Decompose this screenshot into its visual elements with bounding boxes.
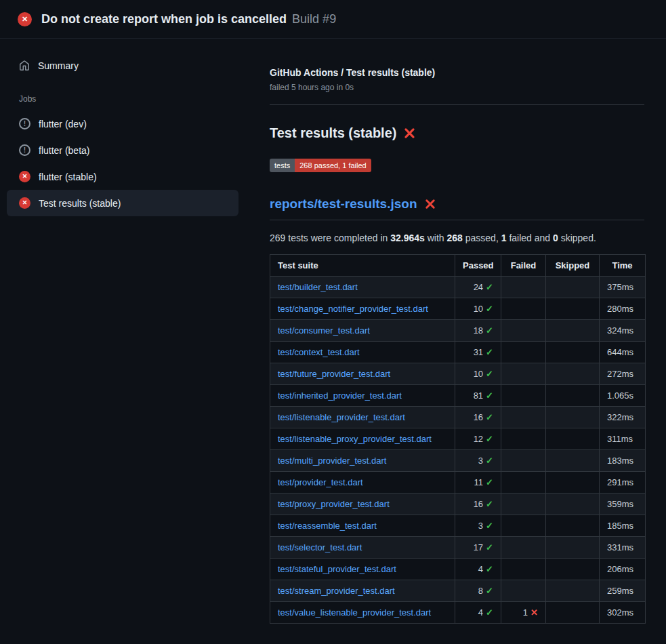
table-row: test/context_test.dart31✓644ms — [270, 342, 646, 363]
column-header-test-suite: Test suite — [270, 255, 455, 277]
test-suite-link[interactable]: test/inherited_provider_test.dart — [278, 390, 402, 401]
table-row: test/consumer_test.dart18✓324ms — [270, 320, 646, 342]
test-suite-link[interactable]: test/selector_test.dart — [278, 542, 362, 552]
failed-x-icon — [425, 199, 436, 209]
passed-cell: 18✓ — [455, 320, 501, 342]
column-header-passed: Passed — [455, 255, 501, 277]
jobs-section-label: Jobs — [0, 77, 257, 110]
failed-cell — [501, 342, 546, 363]
divider — [270, 104, 644, 105]
test-suite-cell: test/builder_test.dart — [270, 277, 455, 298]
table-row: test/selector_test.dart17✓331ms — [270, 537, 646, 559]
time-cell: 324ms — [600, 320, 646, 342]
section-title-row: Test results (stable) — [270, 125, 644, 141]
test-suite-link[interactable]: test/consumer_test.dart — [278, 325, 370, 336]
sidebar-item-flutter-beta[interactable]: !flutter (beta) — [7, 137, 238, 163]
skipped-cell — [546, 277, 600, 298]
test-suite-cell: test/reassemble_test.dart — [270, 515, 455, 537]
table-row: test/proxy_provider_test.dart16✓359ms — [270, 494, 646, 515]
tests-badge: tests 268 passed, 1 failed — [270, 159, 371, 172]
run-meta: failed 5 hours ago in 0s — [270, 83, 644, 92]
skipped-cell — [546, 342, 600, 363]
home-icon — [19, 60, 30, 71]
check-icon: ✓ — [486, 499, 493, 509]
test-suite-link[interactable]: test/value_listenable_provider_test.dart — [278, 607, 431, 618]
summary-stat: 0 — [553, 233, 558, 243]
report-title-row: reports/test-results.json — [270, 197, 644, 220]
test-suite-cell: test/value_listenable_provider_test.dart — [270, 602, 455, 624]
x-icon: ✕ — [530, 607, 538, 618]
passed-cell: 16✓ — [455, 494, 501, 515]
sidebar-item-summary[interactable]: Summary — [0, 55, 257, 77]
check-icon: ✓ — [486, 586, 493, 596]
check-icon: ✓ — [486, 347, 493, 357]
test-suite-cell: test/multi_provider_test.dart — [270, 450, 455, 472]
test-suite-cell: test/future_provider_test.dart — [270, 363, 455, 385]
skipped-cell — [546, 363, 600, 385]
table-row: test/multi_provider_test.dart3✓183ms — [270, 450, 646, 472]
badge-label: tests — [270, 159, 295, 172]
check-icon: ✓ — [486, 477, 493, 487]
table-row: test/future_provider_test.dart10✓272ms — [270, 363, 646, 385]
column-header-time: Time — [600, 255, 646, 277]
passed-cell: 3✓ — [455, 450, 501, 472]
test-suite-cell: test/context_test.dart — [270, 342, 455, 363]
check-icon: ✓ — [486, 304, 493, 314]
skipped-cell — [546, 385, 600, 407]
time-cell: 206ms — [600, 559, 646, 580]
job-label: flutter (beta) — [39, 145, 89, 156]
test-suite-link[interactable]: test/context_test.dart — [278, 347, 360, 357]
summary-label: Summary — [38, 60, 79, 71]
time-cell: 302ms — [600, 602, 646, 624]
skipped-cell — [546, 580, 600, 602]
skipped-cell — [546, 472, 600, 494]
skipped-cell — [546, 428, 600, 450]
failed-cell — [501, 450, 546, 472]
failed-cell — [501, 537, 546, 559]
test-suite-link[interactable]: test/future_provider_test.dart — [278, 369, 390, 379]
failed-cell — [501, 472, 546, 494]
sidebar-item-flutter-stable[interactable]: ✕flutter (stable) — [7, 163, 238, 190]
skipped-cell — [546, 602, 600, 624]
test-suite-link[interactable]: test/builder_test.dart — [278, 282, 358, 292]
table-row: test/reassemble_test.dart3✓185ms — [270, 515, 646, 537]
check-icon: ✓ — [486, 369, 493, 379]
test-suite-link[interactable]: test/proxy_provider_test.dart — [278, 499, 390, 509]
breadcrumb: GitHub Actions / Test results (stable) — [270, 67, 644, 78]
passed-cell: 10✓ — [455, 298, 501, 320]
x-circle-icon: ✕ — [18, 12, 32, 26]
test-suite-link[interactable]: test/stream_provider_test.dart — [278, 586, 395, 596]
time-cell: 644ms — [600, 342, 646, 363]
job-label: Test results (stable) — [39, 198, 121, 209]
job-list: !flutter (dev)!flutter (beta)✕flutter (s… — [0, 110, 257, 216]
test-suite-link[interactable]: test/provider_test.dart — [278, 477, 363, 487]
failed-cell — [501, 277, 546, 298]
test-suite-link[interactable]: test/reassemble_test.dart — [278, 521, 377, 531]
skipped-cell — [546, 494, 600, 515]
skipped-cell — [546, 515, 600, 537]
summary-text: with — [425, 233, 447, 243]
table-row: test/listenable_proxy_provider_test.dart… — [270, 428, 646, 450]
failed-cell — [501, 320, 546, 342]
summary-stat: 1 — [501, 233, 507, 243]
summary-line: 269 tests were completed in 32.964s with… — [270, 233, 644, 243]
main-content: GitHub Actions / Test results (stable) f… — [257, 39, 666, 640]
section-title: Test results (stable) — [270, 125, 396, 141]
test-suite-link[interactable]: test/listenable_provider_test.dart — [278, 412, 405, 422]
sidebar: Summary Jobs !flutter (dev)!flutter (bet… — [0, 39, 257, 216]
test-suite-link[interactable]: test/listenable_proxy_provider_test.dart — [278, 434, 432, 444]
failed-cell — [501, 363, 546, 385]
test-suite-link[interactable]: test/multi_provider_test.dart — [278, 456, 386, 466]
skipped-cell — [546, 407, 600, 428]
test-suite-link[interactable]: test/change_notifier_provider_test.dart — [278, 304, 428, 314]
sidebar-item-test-results-stable[interactable]: ✕Test results (stable) — [7, 190, 238, 216]
test-suite-cell: test/selector_test.dart — [270, 537, 455, 559]
test-suite-cell: test/stream_provider_test.dart — [270, 580, 455, 602]
sidebar-item-flutter-dev[interactable]: !flutter (dev) — [7, 110, 238, 137]
passed-cell: 4✓ — [455, 559, 501, 580]
report-file-link[interactable]: reports/test-results.json — [270, 197, 417, 212]
test-suite-link[interactable]: test/stateful_provider_test.dart — [278, 564, 396, 574]
failed-cell — [501, 494, 546, 515]
test-suite-cell: test/stateful_provider_test.dart — [270, 559, 455, 580]
check-icon: ✓ — [486, 390, 493, 401]
